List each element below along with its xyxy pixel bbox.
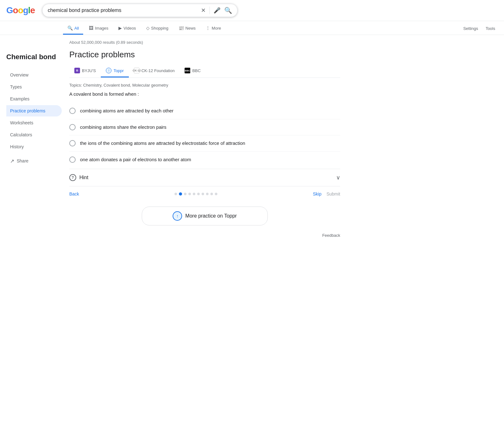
byjus-icon: B — [74, 68, 80, 73]
source-tab-ck12[interactable]: CK-12 CK-12 Foundation — [129, 65, 180, 77]
share-icon: ↗ — [10, 158, 14, 164]
source-tab-toppr[interactable]: ↑ Toppr — [101, 65, 129, 77]
content-area: About 52,000,000 results (0.89 seconds) … — [63, 40, 346, 243]
logo-o2: o — [18, 5, 23, 15]
hint-section[interactable]: ? Hint ∨ — [69, 169, 340, 186]
tab-shopping[interactable]: ◇ Shopping — [142, 22, 173, 35]
quiz-option-2[interactable]: combining atoms share the electron pairs — [69, 119, 340, 136]
source-tab-byjus[interactable]: B BYJU'S — [69, 65, 101, 77]
ck12-icon: CK-12 — [134, 68, 140, 73]
sidebar-nav: Overview Types Examples Practice problem… — [6, 69, 63, 152]
shopping-icon: ◇ — [146, 26, 150, 31]
sidebar-item-calculators[interactable]: Calculators — [6, 129, 62, 140]
sidebar-title: Chemical bond — [6, 53, 63, 62]
sidebar-item-overview[interactable]: Overview — [6, 69, 62, 81]
toppr-arrow-icon: ↑ — [108, 68, 110, 73]
tab-images-label: Images — [95, 26, 108, 31]
more-icon: ⋮ — [206, 26, 210, 31]
dot-10 — [215, 193, 217, 195]
hint-label: Hint — [79, 175, 88, 180]
search-button[interactable]: 🔍 — [224, 7, 232, 14]
nav-actions: Skip Submit — [313, 191, 340, 196]
chevron-down-icon: ∨ — [336, 174, 340, 181]
tab-more-label: More — [212, 26, 221, 31]
toppr-circle: ↑ — [173, 211, 182, 221]
tab-all-label: All — [74, 26, 79, 31]
tab-videos[interactable]: ▶ Videos — [114, 22, 140, 35]
dot-6 — [197, 193, 200, 195]
quiz-topics: Topics: Chemistry, Covalent bond, Molecu… — [69, 83, 340, 88]
results-count: About 52,000,000 results (0.89 seconds) — [69, 40, 340, 45]
nav-tabs: 🔍 All 🖼 Images ▶ Videos ◇ Shopping 📰 New… — [0, 21, 504, 35]
sidebar-item-types[interactable]: Types — [6, 81, 62, 93]
byjus-label: BYJU'S — [82, 68, 96, 73]
logo-l: l — [28, 5, 30, 15]
mic-icon: 🎤 — [214, 7, 220, 14]
sidebar-item-worksheets[interactable]: Worksheets — [6, 117, 62, 128]
sidebar-item-examples[interactable]: Examples — [6, 93, 62, 105]
feedback-button[interactable]: Feedback — [322, 233, 340, 238]
option-text-1: combining atoms are attracted by each ot… — [80, 107, 174, 115]
feedback-area: Feedback — [69, 228, 340, 243]
hint-icon: ? — [69, 174, 76, 181]
option-text-3: the ions of the combining atoms are attr… — [80, 140, 245, 147]
tab-all[interactable]: 🔍 All — [63, 22, 83, 35]
option-text-2: combining atoms share the electron pairs — [80, 124, 166, 131]
sidebar-item-history[interactable]: History — [6, 141, 62, 152]
radio-2[interactable] — [69, 124, 76, 130]
more-practice-button[interactable]: ↑ More practice on Toppr — [142, 207, 268, 225]
radio-4[interactable] — [69, 156, 76, 163]
tab-videos-label: Videos — [123, 26, 136, 31]
search-input[interactable] — [48, 8, 198, 13]
ck12-label: CK-12 Foundation — [141, 68, 175, 73]
videos-icon: ▶ — [118, 26, 122, 31]
bbc-label: BBC — [192, 68, 201, 73]
clear-button[interactable]: ✕ — [201, 7, 206, 14]
more-practice-label: More practice on Toppr — [185, 213, 237, 219]
dot-1 — [175, 193, 177, 195]
news-icon: 📰 — [179, 26, 184, 31]
section-title: Practice problems — [69, 50, 340, 60]
tab-more[interactable]: ⋮ More — [201, 22, 226, 35]
source-tab-bbc[interactable]: BBC BBC — [180, 65, 206, 77]
quiz-option-4[interactable]: one atom donates a pair of electrons to … — [69, 152, 340, 168]
share-label: Share — [17, 158, 28, 163]
logo-g2: g — [23, 5, 28, 15]
quiz-option-3[interactable]: the ions of the combining atoms are attr… — [69, 135, 340, 152]
settings-button[interactable]: Settings — [461, 23, 481, 34]
sidebar-item-practice-problems[interactable]: Practice problems — [6, 105, 62, 116]
quiz-option-1[interactable]: combining atoms are attracted by each ot… — [69, 103, 340, 119]
share-button[interactable]: ↗ Share — [6, 155, 63, 167]
tab-news[interactable]: 📰 News — [174, 22, 200, 35]
option-text-4: one atom donates a pair of electrons to … — [80, 156, 191, 163]
skip-button[interactable]: Skip — [313, 191, 321, 196]
hint-left: ? Hint — [69, 174, 88, 181]
dot-7 — [202, 193, 204, 195]
dot-8 — [206, 193, 209, 195]
toppr-up-arrow-icon: ↑ — [176, 213, 179, 219]
page-dots — [175, 192, 217, 196]
tab-news-label: News — [186, 26, 196, 31]
tools-button[interactable]: Tools — [483, 23, 498, 34]
mic-button[interactable]: 🎤 — [214, 7, 220, 14]
source-tabs: B BYJU'S ↑ Toppr CK-12 CK-12 Foundation … — [69, 65, 340, 78]
radio-3[interactable] — [69, 140, 76, 146]
all-icon: 🔍 — [67, 26, 73, 31]
tab-shopping-label: Shopping — [151, 26, 169, 31]
dot-3 — [184, 193, 186, 195]
logo-e: e — [30, 5, 35, 15]
quiz-question: A covalent bond is formed when : — [69, 91, 340, 97]
search-icons: ✕ 🎤 🔍 — [201, 7, 232, 14]
images-icon: 🖼 — [89, 26, 93, 31]
back-button[interactable]: Back — [69, 191, 79, 196]
sidebar: Chemical bond Overview Types Examples Pr… — [6, 40, 63, 243]
radio-1[interactable] — [69, 108, 76, 114]
header: Google ✕ 🎤 🔍 — [0, 0, 504, 21]
nav-right: Settings Tools — [461, 23, 498, 34]
search-bar: ✕ 🎤 🔍 — [42, 4, 238, 17]
dot-2 — [179, 192, 182, 196]
tab-images[interactable]: 🖼 Images — [84, 22, 113, 35]
toppr-icon: ↑ — [106, 68, 112, 73]
main-layout: Chemical bond Overview Types Examples Pr… — [0, 35, 378, 248]
more-practice-container: ↑ More practice on Toppr — [69, 202, 340, 228]
